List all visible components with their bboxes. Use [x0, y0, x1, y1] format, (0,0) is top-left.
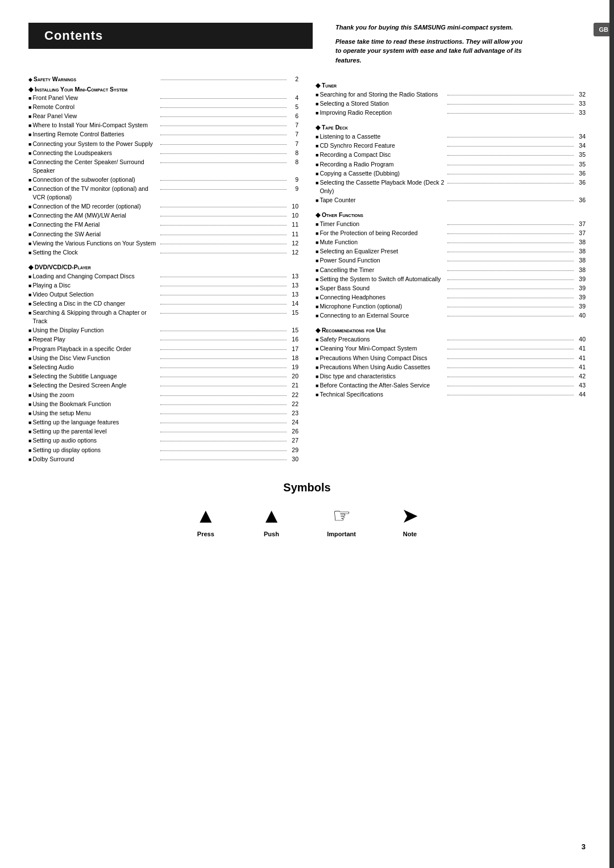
toc-item-label: Connection of the MD recorder (optional) [32, 202, 159, 211]
toc-dots [160, 404, 287, 405]
list-item: Searching for and Storing the Radio Stat… [316, 90, 586, 99]
toc-page-number: 8 [288, 149, 298, 157]
list-item: Cancelling the Timer38 [316, 266, 586, 274]
toc-dots [447, 201, 574, 201]
toc-page-number: 9 [288, 176, 298, 184]
toc-item-label: Power Sound Function [320, 256, 446, 265]
toc-dots [447, 155, 574, 156]
toc-dots [447, 270, 574, 271]
other-items: Timer Function37For the Protection of be… [316, 220, 586, 320]
toc-item-label: Searching for and Storing the Radio Stat… [320, 90, 446, 99]
list-item: Viewing the Various Functions on Your Sy… [28, 239, 298, 248]
toc-dots [160, 395, 287, 396]
list-item: Cleaning Your Mini-Compact System41 [316, 344, 586, 353]
dvd-section-header: DVD/VCD/CD-Player [28, 264, 298, 270]
toc-dots [447, 340, 574, 340]
list-item: Video Output Selection13 [28, 290, 298, 299]
toc-item-label: Copying a Cassette (Dubbing) [320, 169, 446, 178]
list-item: Inserting Remote Control Batteries7 [28, 130, 298, 139]
toc-dots [160, 450, 287, 451]
list-item: CD Synchro Record Feature34 [316, 141, 586, 150]
list-item: Disc type and characteristics42 [316, 372, 586, 381]
list-item: Listening to a Cassette34 [316, 132, 586, 141]
toc-page-number: 15 [288, 308, 298, 317]
toc-item-label: Super Bass Sound [320, 284, 446, 293]
list-item: Before Contacting the After-Sales Servic… [316, 381, 586, 390]
toc-item-label: Setting the System to Switch off Automat… [320, 275, 446, 283]
toc-page-number: 37 [575, 220, 586, 228]
toc-item-label: Loading and Changing Compact Discs [32, 272, 159, 281]
toc-page-number: 30 [288, 455, 298, 464]
header-row: Contents Thank you for buying this SAMSU… [28, 23, 586, 65]
toc-dots [447, 307, 574, 307]
list-item: For the Protection of being Recorded37 [316, 229, 586, 237]
symbol-item: ▲Push [262, 506, 282, 537]
toc-item-label: Precautions When Using Audio Cassettes [320, 363, 446, 372]
toc-item-label: Selecting the Subtitle Language [32, 372, 159, 381]
toc-dots [160, 386, 287, 386]
please-text: Please take time to read these instructi… [335, 37, 529, 65]
toc-page-number: 9 [288, 185, 298, 193]
toc-item-label: Using the Bookmark Function [32, 400, 159, 408]
list-item: Loading and Changing Compact Discs13 [28, 272, 298, 281]
toc-dots [161, 80, 287, 80]
toc-page-number: 19 [288, 363, 298, 372]
other-section-header: Other Functions [316, 211, 586, 218]
toc-item-label: Improving Radio Reception [320, 108, 446, 117]
toc-item-label: Safety Precautions [320, 335, 446, 344]
toc-dots [160, 162, 287, 163]
list-item: Connecting the SW Aerial11 [28, 230, 298, 239]
toc-page-number: 38 [575, 256, 586, 265]
toc-dots [447, 289, 574, 289]
toc-dots [160, 313, 287, 314]
toc-page-number: 43 [575, 381, 586, 390]
toc-dots [160, 377, 287, 377]
toc-dots [160, 432, 287, 432]
toc-dots [160, 180, 287, 181]
list-item: Super Bass Sound39 [316, 284, 586, 293]
symbols-title: Symbols [28, 481, 586, 494]
toc-dots [160, 107, 287, 108]
toc-item-label: Searching & Skipping through a Chapter o… [32, 308, 159, 325]
list-item: Selecting an Equalizer Preset38 [316, 247, 586, 256]
contents-title: Contents [28, 23, 313, 49]
list-item: Timer Function37 [316, 220, 586, 228]
toc-page-number: 26 [288, 427, 298, 436]
list-item: Using the Bookmark Function22 [28, 400, 298, 408]
toc-page-number: 39 [575, 302, 586, 311]
list-item: Setting the Clock12 [28, 248, 298, 257]
toc-page-number: 29 [288, 446, 298, 454]
toc-dots [160, 207, 287, 207]
toc-left: Safety Warnings 2 Installing Your Mini-C… [28, 75, 298, 464]
list-item: Dolby Surround30 [28, 455, 298, 464]
list-item: Connecting the FM Aerial11 [28, 220, 298, 229]
toc-page-number: 11 [288, 220, 298, 229]
toc-item-label: Selecting the Cassette Playback Mode (De… [320, 178, 446, 195]
toc-item-label: Microphone Function (optional) [320, 302, 446, 311]
list-item: Setting the System to Switch off Automat… [316, 275, 586, 283]
symbol-item: ☞Important [327, 506, 356, 537]
toc-page-number: 41 [575, 363, 586, 372]
symbol-label: Push [264, 531, 279, 537]
toc-item-label: CD Synchro Record Feature [320, 141, 446, 150]
toc-page-number: 38 [575, 247, 586, 256]
list-item: Program Playback in a specific Order17 [28, 345, 298, 353]
toc-page-number: 18 [288, 354, 298, 362]
toc-dots [160, 98, 287, 99]
tuner-section-header: Tuner [316, 82, 586, 89]
toc-item-label: Connecting your System to the Power Supp… [32, 140, 159, 148]
toc-dots [447, 349, 574, 349]
list-item: Connecting to an External Source40 [316, 311, 586, 320]
toc-page-number: 36 [575, 196, 586, 205]
list-item: Setting up display options29 [28, 446, 298, 454]
toc-item-label: Playing a Disc [32, 281, 159, 290]
symbol-item: ▲Press [196, 506, 216, 537]
toc-item-label: Precautions When Using Compact Discs [320, 354, 446, 362]
installing-header: Installing Your Mini-Compact System [28, 86, 298, 93]
toc-page-number: 7 [288, 130, 298, 139]
toc-page-number: 37 [575, 229, 586, 237]
toc-item-label: Connection of the subwoofer (optional) [32, 176, 159, 184]
dvd-items: Loading and Changing Compact Discs13Play… [28, 272, 298, 464]
list-item: Searching & Skipping through a Chapter o… [28, 308, 298, 325]
toc-page-number: 13 [288, 290, 298, 299]
